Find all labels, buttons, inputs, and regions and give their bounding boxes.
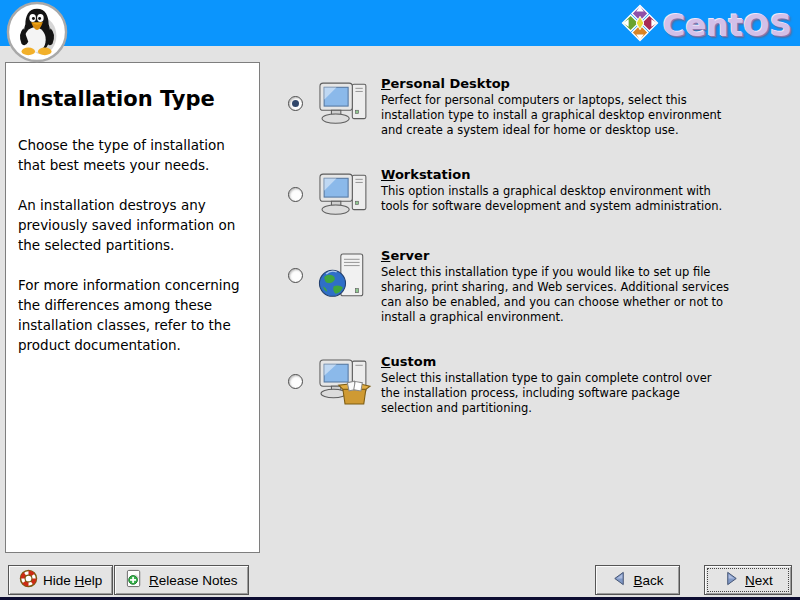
hide-help-label: Hide Help [43, 573, 102, 588]
back-button[interactable]: Back [595, 565, 680, 595]
help-paragraph: An installation destroys any previously … [18, 195, 247, 255]
radio-custom[interactable] [288, 374, 303, 389]
next-button[interactable]: Next [704, 565, 792, 595]
tux-penguin-icon [6, 1, 68, 63]
option-description: Perfect for personal computers or laptop… [381, 93, 733, 138]
desktop-computer-icon [317, 171, 373, 219]
page-title: Installation Type [18, 87, 247, 111]
option-description: Select this installation type if you wou… [381, 265, 733, 325]
release-notes-label: Release Notes [149, 573, 238, 588]
lifering-help-icon [19, 569, 38, 591]
option-title: Custom [381, 354, 733, 369]
help-paragraph: For more information concerning the diff… [18, 275, 247, 355]
centos-logo: CentOS [621, 4, 792, 46]
release-notes-document-icon [125, 569, 144, 591]
computer-package-box-icon [317, 358, 373, 406]
hide-help-button[interactable]: Hide Help [8, 565, 113, 595]
option-title: Workstation [381, 167, 733, 182]
next-label: Next [745, 573, 773, 588]
option-custom[interactable]: Custom Select this installation type to … [288, 354, 748, 416]
option-description: Select this installation type to gain co… [381, 371, 733, 416]
centos-pinwheel-icon [621, 4, 659, 46]
back-label: Back [633, 573, 663, 588]
release-notes-button[interactable]: Release Notes [114, 565, 249, 595]
option-description: This option installs a graphical desktop… [381, 184, 733, 214]
option-workstation[interactable]: Workstation This option installs a graph… [288, 167, 748, 219]
server-globe-icon [317, 252, 373, 300]
option-server[interactable]: Server Select this installation type if … [288, 248, 748, 325]
radio-workstation[interactable] [288, 187, 303, 202]
option-title: Personal Desktop [381, 76, 733, 91]
brand-name: CentOS [663, 7, 792, 43]
help-paragraph: Choose the type of installation that bes… [18, 135, 247, 175]
desktop-computer-icon [317, 80, 373, 128]
back-arrow-icon [611, 570, 628, 590]
help-panel: Installation Type Choose the type of ins… [5, 62, 260, 553]
option-title: Server [381, 248, 733, 263]
option-personal-desktop[interactable]: Personal Desktop Perfect for personal co… [288, 76, 748, 138]
installation-type-options: Personal Desktop Perfect for personal co… [288, 76, 748, 445]
radio-personal-desktop[interactable] [288, 96, 303, 111]
next-arrow-icon [723, 570, 740, 590]
radio-server[interactable] [288, 268, 303, 283]
